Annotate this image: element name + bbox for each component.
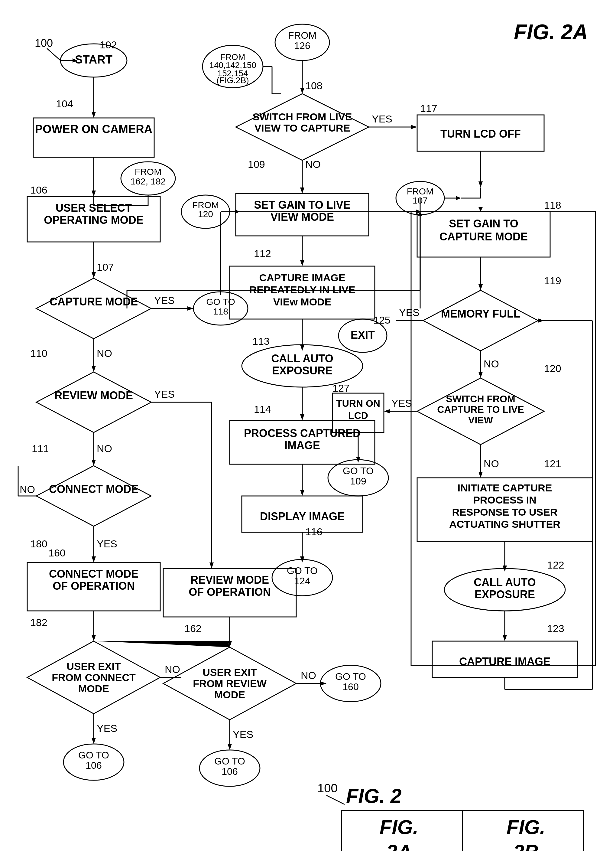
- svg-text:REVIEW MODE: REVIEW MODE: [190, 574, 269, 586]
- flowchart: FIG. 2A 100 START 102 104 POWER ON CAMER…: [0, 0, 616, 851]
- svg-text:NO: NO: [305, 158, 321, 170]
- svg-marker-51: [91, 556, 96, 562]
- svg-marker-42: [91, 460, 96, 466]
- svg-marker-122: [300, 188, 304, 194]
- svg-text:NO: NO: [19, 484, 35, 495]
- page: FIG. 2A 100 START 102 104 POWER ON CAMER…: [0, 0, 616, 851]
- svg-text:VIEW MODE: VIEW MODE: [271, 211, 334, 223]
- svg-text:100: 100: [317, 782, 338, 795]
- svg-text:104: 104: [56, 98, 73, 110]
- svg-marker-164: [478, 182, 483, 188]
- svg-text:VIEW TO CAPTURE: VIEW TO CAPTURE: [255, 122, 350, 134]
- svg-text:160: 160: [342, 681, 358, 692]
- svg-text:SWITCH FROM LIVE: SWITCH FROM LIVE: [253, 111, 352, 122]
- svg-text:VIEw MODE: VIEw MODE: [273, 296, 331, 308]
- svg-text:SET GAIN TO LIVE: SET GAIN TO LIVE: [254, 199, 350, 211]
- svg-text:FROM CONNECT: FROM CONNECT: [52, 672, 136, 683]
- svg-text:RESPONSE TO USER: RESPONSE TO USER: [452, 506, 558, 518]
- svg-text:PROCESS IN: PROCESS IN: [473, 494, 537, 506]
- svg-marker-224: [503, 635, 507, 641]
- svg-marker-179: [478, 284, 483, 290]
- svg-text:CALL AUTO: CALL AUTO: [474, 576, 536, 588]
- svg-text:YES: YES: [372, 113, 392, 125]
- svg-text:OF OPERATION: OF OPERATION: [189, 586, 271, 598]
- svg-text:121: 121: [544, 458, 561, 469]
- svg-text:MODE: MODE: [78, 683, 109, 695]
- svg-text:IMAGE: IMAGE: [285, 439, 320, 451]
- svg-text:TURN LCD OFF: TURN LCD OFF: [441, 128, 521, 140]
- svg-text:119: 119: [544, 275, 561, 286]
- fig-2a-title: FIG. 2A: [514, 20, 588, 44]
- svg-text:NO: NO: [484, 458, 499, 469]
- svg-marker-132: [300, 260, 304, 266]
- svg-text:REPEATEDLY IN LIVE: REPEATEDLY IN LIVE: [249, 284, 355, 295]
- svg-marker-23: [91, 272, 96, 278]
- svg-text:2A: 2A: [386, 841, 412, 851]
- svg-text:EXPOSURE: EXPOSURE: [475, 588, 535, 601]
- svg-text:123: 123: [547, 622, 564, 634]
- svg-text:GO TO: GO TO: [78, 750, 109, 761]
- svg-text:100: 100: [35, 37, 53, 49]
- svg-text:124: 124: [294, 576, 310, 586]
- svg-text:NO: NO: [484, 358, 499, 370]
- svg-marker-151: [300, 490, 304, 496]
- svg-marker-34: [91, 366, 96, 372]
- svg-text:FROM: FROM: [407, 186, 433, 196]
- svg-text:113: 113: [252, 335, 270, 347]
- svg-text:FROM: FROM: [192, 200, 219, 210]
- svg-text:LCD: LCD: [348, 410, 368, 421]
- svg-text:160: 160: [48, 547, 66, 559]
- svg-text:127: 127: [333, 382, 350, 394]
- svg-text:CONNECT MODE: CONNECT MODE: [49, 483, 138, 495]
- svg-text:NO: NO: [97, 443, 112, 454]
- svg-text:SET GAIN TO: SET GAIN TO: [449, 217, 518, 230]
- svg-text:OPERATING MODE: OPERATING MODE: [44, 214, 143, 226]
- svg-text:NO: NO: [165, 663, 180, 675]
- svg-marker-58: [91, 635, 96, 641]
- svg-text:CAPTURE MODE: CAPTURE MODE: [439, 230, 528, 243]
- svg-text:OF OPERATION: OF OPERATION: [52, 580, 135, 592]
- svg-text:125: 125: [373, 314, 391, 326]
- svg-text:110: 110: [30, 347, 48, 359]
- svg-marker-94: [321, 681, 327, 686]
- svg-text:FIG. 2: FIG. 2: [346, 785, 402, 807]
- svg-text:FROM: FROM: [135, 167, 162, 177]
- svg-text:YES: YES: [154, 388, 175, 400]
- svg-line-1: [47, 48, 60, 60]
- svg-text:MEMORY FULL: MEMORY FULL: [441, 308, 520, 320]
- svg-text:106: 106: [30, 184, 48, 195]
- svg-text:CAPTURE MODE: CAPTURE MODE: [49, 295, 138, 308]
- svg-marker-45: [36, 466, 151, 526]
- svg-marker-28: [187, 306, 193, 311]
- svg-text:109: 109: [350, 476, 366, 487]
- svg-text:YES: YES: [97, 538, 117, 549]
- svg-marker-25: [36, 278, 151, 339]
- svg-marker-117: [411, 125, 417, 129]
- svg-text:102: 102: [100, 39, 117, 51]
- svg-text:FIG.: FIG.: [507, 816, 545, 838]
- svg-text:FIG.: FIG.: [380, 816, 418, 838]
- svg-text:CALL AUTO: CALL AUTO: [271, 352, 333, 365]
- svg-text:116: 116: [305, 526, 322, 537]
- svg-text:CONNECT MODE: CONNECT MODE: [49, 568, 138, 580]
- svg-marker-169: [456, 196, 461, 200]
- svg-text:USER SELECT: USER SELECT: [55, 202, 132, 214]
- svg-text:126: 126: [294, 40, 310, 51]
- svg-marker-181: [423, 290, 538, 351]
- svg-text:GO TO: GO TO: [287, 565, 318, 576]
- svg-line-242: [327, 795, 345, 804]
- svg-marker-172: [478, 207, 483, 212]
- svg-text:GO TO: GO TO: [343, 465, 373, 476]
- svg-marker-103: [300, 88, 304, 94]
- power-on-camera: POWER ON CAMERA: [35, 123, 152, 135]
- svg-text:EXPOSURE: EXPOSURE: [272, 364, 333, 377]
- svg-text:120: 120: [198, 209, 213, 219]
- svg-text:108: 108: [305, 80, 322, 91]
- svg-text:EXIT: EXIT: [351, 329, 375, 341]
- svg-text:2B: 2B: [513, 841, 539, 851]
- svg-marker-37: [36, 372, 151, 433]
- svg-text:PROCESS CAPTURED: PROCESS CAPTURED: [244, 427, 361, 439]
- svg-text:118: 118: [213, 306, 228, 316]
- svg-text:INITIATE CAPTURE: INITIATE CAPTURE: [458, 482, 552, 493]
- svg-text:107: 107: [97, 261, 114, 273]
